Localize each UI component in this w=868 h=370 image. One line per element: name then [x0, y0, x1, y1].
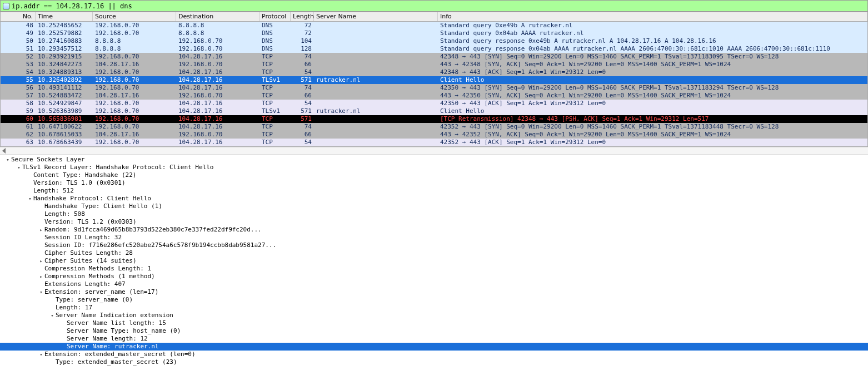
tree-row[interactable]: Cipher Suites Length: 28: [0, 249, 868, 257]
tree-row[interactable]: ▾ Server Name Indication extension: [0, 312, 868, 319]
cell-sname: [314, 115, 438, 123]
col-length[interactable]: Length: [291, 12, 314, 21]
packet-row[interactable]: 5810.524929847192.168.0.70104.28.17.16TC…: [1, 100, 867, 107]
cell-info: 42348 → 443 [SYN] Seq=0 Win=29200 Len=0 …: [438, 53, 867, 61]
tree-row[interactable]: Server Name list length: 15: [0, 319, 868, 327]
tree-row[interactable]: ▾ Extension: extended_master_secret (len…: [0, 351, 868, 358]
tree-label: Length: 512: [33, 187, 74, 195]
cell-proto: TCP: [260, 115, 291, 123]
triangle-down-icon[interactable]: ▾: [38, 288, 44, 296]
cell-sname: [314, 123, 438, 131]
col-destination[interactable]: Destination: [176, 12, 260, 21]
packet-row[interactable]: 5410.324889313192.168.0.70104.28.17.16TC…: [1, 68, 867, 76]
tree-row[interactable]: Handshake Type: Client Hello (1): [0, 203, 868, 210]
packet-row[interactable]: 5210.293921915192.168.0.70104.28.17.16TC…: [1, 53, 867, 61]
cell-no: 57: [1, 92, 36, 100]
cell-sname: rutracker.nl: [314, 76, 438, 84]
cell-len: 74: [291, 123, 314, 131]
tree-row[interactable]: Compression Methods Length: 1: [0, 265, 868, 273]
triangle-right-icon[interactable]: ▸: [38, 257, 44, 265]
cell-time: 10.293457512: [36, 45, 93, 53]
packet-details-pane[interactable]: ▾ Secure Sockets Layer▾ TLSv1 Record Lay…: [0, 155, 868, 366]
packet-row[interactable]: 4910.252579882192.168.0.708.8.8.8DNS72St…: [1, 29, 867, 37]
col-server-name[interactable]: Server Name: [314, 12, 438, 21]
cell-info: [TCP Retransmission] 42348 → 443 [PSH, A…: [438, 115, 867, 123]
cell-no: 55: [1, 76, 36, 84]
packet-row[interactable]: 5910.526363989192.168.0.70104.28.17.16TL…: [1, 107, 867, 115]
tree-label: Server Name length: 12: [67, 335, 148, 343]
tree-row[interactable]: ▸ Random: 9d1fcca469d65b8b3793d522eb380c…: [0, 226, 868, 234]
tree-row[interactable]: Type: extended_master_secret (23): [0, 358, 868, 366]
triangle-down-icon[interactable]: ▾: [38, 351, 44, 358]
packet-row[interactable]: 5710.524883472104.28.17.16192.168.0.70TC…: [1, 92, 867, 100]
cell-sname: [314, 131, 438, 139]
bookmark-icon[interactable]: [3, 3, 9, 9]
triangle-down-icon[interactable]: ▾: [16, 164, 22, 171]
tree-row[interactable]: Length: 17: [0, 304, 868, 312]
triangle-right-icon[interactable]: ▸: [38, 273, 44, 280]
triangle-down-icon[interactable]: ▾: [27, 195, 33, 203]
cell-proto: TCP: [260, 92, 291, 100]
tree-row[interactable]: Version: TLS 1.2 (0x0303): [0, 218, 868, 226]
packet-row[interactable]: 6010.565836981192.168.0.70104.28.17.16TC…: [1, 115, 867, 123]
col-source[interactable]: Source: [93, 12, 176, 21]
cell-time: 10.274160883: [36, 37, 93, 45]
cell-time: 10.647180622: [36, 123, 93, 131]
tree-row[interactable]: Server Name: rutracker.nl: [0, 343, 868, 351]
tree-row[interactable]: ▸ Compression Methods (1 method): [0, 273, 868, 280]
packet-list-pane[interactable]: No. Time Source Destination Protocol Len…: [0, 12, 868, 147]
scroll-left-icon[interactable]: [2, 148, 6, 154]
tree-row[interactable]: Length: 512: [0, 187, 868, 195]
tree-row[interactable]: ▸ Cipher Suites (14 suites): [0, 257, 868, 265]
cell-src: 192.168.0.70: [93, 84, 176, 92]
display-filter-text[interactable]: ip.addr == 104.28.17.16 || dns: [12, 2, 132, 10]
col-info[interactable]: Info: [438, 12, 867, 21]
packet-row[interactable]: 5010.2741608838.8.8.8192.168.0.70DNS104S…: [1, 37, 867, 45]
cell-proto: TCP: [260, 139, 291, 146]
cell-dst: 8.8.8.8: [176, 22, 260, 29]
tree-row[interactable]: Length: 508: [0, 210, 868, 218]
cell-src: 104.28.17.16: [93, 131, 176, 139]
tree-row[interactable]: Server Name Type: host_name (0): [0, 327, 868, 335]
tree-row[interactable]: Server Name length: 12: [0, 335, 868, 343]
col-no[interactable]: No.: [1, 12, 36, 21]
tree-row[interactable]: ▾ Extension: server_name (len=17): [0, 288, 868, 296]
tree-row[interactable]: ▾ Secure Sockets Layer: [0, 156, 868, 164]
cell-dst: 104.28.17.16: [176, 53, 260, 61]
display-filter-bar[interactable]: ip.addr == 104.28.17.16 || dns: [0, 0, 868, 12]
cell-src: 8.8.8.8: [93, 45, 176, 53]
tree-row[interactable]: Type: server_name (0): [0, 296, 868, 304]
tree-row[interactable]: Version: TLS 1.0 (0x0301): [0, 179, 868, 187]
tree-row[interactable]: Extensions Length: 407: [0, 280, 868, 288]
packet-row[interactable]: 5310.324842273104.28.17.16192.168.0.70TC…: [1, 61, 867, 68]
tree-label: Server Name: rutracker.nl: [67, 343, 159, 351]
col-protocol[interactable]: Protocol: [260, 12, 291, 21]
tree-row[interactable]: Content Type: Handshake (22): [0, 171, 868, 179]
tree-row[interactable]: ▾ Handshake Protocol: Client Hello: [0, 195, 868, 203]
tree-row[interactable]: Session ID: f716e286efc520abe2754a6c578f…: [0, 241, 868, 249]
horizontal-scrollbar[interactable]: [0, 147, 868, 155]
triangle-down-icon[interactable]: ▾: [49, 312, 56, 319]
cell-sname: [314, 139, 438, 146]
packet-row[interactable]: 6110.647180622192.168.0.70104.28.17.16TC…: [1, 123, 867, 131]
triangle-down-icon[interactable]: ▾: [4, 156, 11, 164]
packet-row[interactable]: 6310.678663439192.168.0.70104.28.17.16TC…: [1, 139, 867, 146]
cell-no: 58: [1, 100, 36, 107]
tree-label: Content Type: Handshake (22): [33, 171, 136, 179]
packet-row[interactable]: 5610.493141112192.168.0.70104.28.17.16TC…: [1, 84, 867, 92]
packet-row[interactable]: 4810.252485652192.168.0.708.8.8.8DNS72St…: [1, 22, 867, 29]
cell-info: Client Hello: [438, 76, 867, 84]
cell-time: 10.252579882: [36, 29, 93, 37]
cell-len: 54: [291, 139, 314, 146]
tree-row[interactable]: ▾ TLSv1 Record Layer: Handshake Protocol…: [0, 164, 868, 171]
packet-list-header: No. Time Source Destination Protocol Len…: [1, 12, 867, 22]
col-time[interactable]: Time: [36, 12, 93, 21]
packet-row[interactable]: 5510.326402892192.168.0.70104.28.17.16TL…: [1, 76, 867, 84]
cell-proto: TCP: [260, 131, 291, 139]
packet-row[interactable]: 6210.678615033104.28.17.16192.168.0.70TC…: [1, 131, 867, 139]
packet-row[interactable]: 5110.2934575128.8.8.8192.168.0.70DNS128S…: [1, 45, 867, 53]
cell-src: 192.168.0.70: [93, 115, 176, 123]
tree-row[interactable]: Session ID Length: 32: [0, 234, 868, 241]
cell-no: 53: [1, 61, 36, 68]
triangle-right-icon[interactable]: ▸: [38, 226, 44, 234]
